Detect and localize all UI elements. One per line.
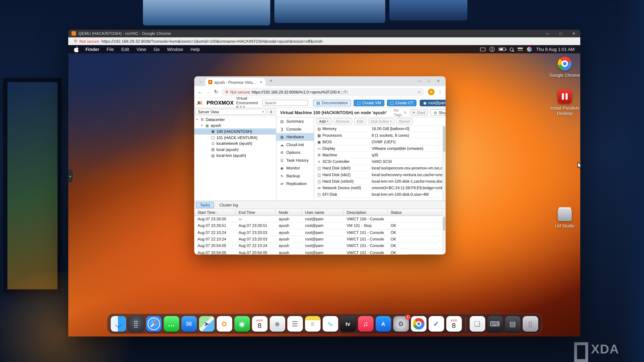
tab-task-history[interactable]: ☰ Task History (276, 156, 314, 164)
row-machine[interactable]: ⚙ Machine q35 (314, 152, 446, 158)
minimize-button[interactable]: — (418, 79, 422, 83)
col-description[interactable]: Description (343, 209, 387, 216)
not-secure-label[interactable]: Not secure (230, 90, 250, 94)
row-efi-disk[interactable]: ◰ EFI Disk local-lvm:vm-100-disk-0,size=… (314, 191, 446, 198)
mail-icon[interactable]: ✉ (181, 316, 197, 332)
outer-url-bar[interactable]: ⊘ Not secure https://192.168.29.32:8006/… (68, 37, 580, 45)
minimize-button[interactable]: — (541, 29, 554, 37)
menu-finder[interactable]: Finder (82, 47, 103, 52)
messages-icon[interactable]: … (164, 316, 179, 332)
tab-summary[interactable]: ▤ Summary (276, 117, 314, 125)
revert-button[interactable]: Revert (396, 118, 413, 124)
novnc-control-bar-handle[interactable]: ▸ (68, 169, 73, 183)
tab-close-icon[interactable]: ✕ (260, 80, 262, 84)
close-button[interactable]: ✕ (567, 29, 580, 37)
row-hard-disk-ide0[interactable]: ◫ Hard Disk (ide0) local:iso/opencore-os… (314, 165, 446, 171)
start-button[interactable]: ▶ Start (410, 109, 428, 116)
menu-edit[interactable]: Edit (118, 47, 133, 52)
row-network-device[interactable]: ⇄ Network Device (net0) vmxnet3=BC:24:11… (314, 185, 446, 191)
facetime-icon[interactable]: ◉ (234, 316, 250, 332)
reload-icon[interactable]: ↻ (214, 89, 218, 95)
edit-button[interactable]: Edit (354, 118, 366, 124)
launchpad-icon[interactable]: ⣿ (128, 316, 144, 332)
finder-icon[interactable]: ◡ (110, 316, 126, 332)
control-center-icon[interactable] (518, 47, 523, 51)
task-row[interactable]: Aug 07 23:26:55 ▭ ayush root@pam VM/CT 1… (194, 216, 446, 223)
screen-mirroring-icon[interactable] (480, 47, 486, 51)
safari-icon[interactable] (146, 316, 161, 332)
menu-window[interactable]: Window (163, 47, 187, 52)
system-settings-icon[interactable]: ⚙ 1 (393, 316, 409, 332)
col-user-name[interactable]: User name (302, 209, 343, 216)
tab-tasks[interactable]: Tasks (196, 202, 214, 208)
row-hard-disk-ide2[interactable]: ◫ Hard Disk (ide2) local:iso/recovery-ve… (314, 172, 446, 178)
maps-icon[interactable]: ➤ (199, 316, 214, 332)
outer-url-text[interactable]: https://192.168.29.32:8006/?console=kvm&… (101, 39, 323, 43)
tree-settings-button[interactable]: ⚙ (267, 109, 275, 115)
browser-menu-icon[interactable]: ⋮ (438, 89, 442, 95)
calendar-2-icon[interactable]: AUG 8 (446, 316, 462, 332)
menu-help[interactable]: Help (187, 47, 204, 52)
tree-item-datacenter[interactable]: ▾ ≣ Datacenter (194, 117, 276, 123)
mirroring-count-badge[interactable]: 2 (490, 47, 494, 52)
tree-item-vm-101[interactable]: ▢ 101 (HACK-VENTURA) (194, 135, 276, 141)
tab-hardware[interactable]: ▦ Hardware (276, 133, 314, 141)
profile-avatar[interactable]: A (428, 89, 434, 95)
maximize-button[interactable]: □ (554, 29, 567, 37)
user-menu-button[interactable]: ◉ root@pam ▾ (420, 99, 446, 106)
tree-item-localnetwork[interactable]: ☷ localnetwork (ayush) (194, 140, 276, 146)
tasks-scrollbar[interactable] (442, 209, 446, 255)
col-start-time[interactable]: Start Time ↓ (194, 209, 235, 216)
apple-tv-icon[interactable]: tv (340, 316, 356, 332)
contacts-icon[interactable]: ☻ (270, 316, 285, 332)
expander-icon[interactable]: ▾ (200, 124, 204, 127)
scrollbar-thumb[interactable] (443, 217, 445, 231)
tree-item-vm-100[interactable]: ▣ 100 (HACKINTOSH) (194, 129, 276, 135)
tab-monitor[interactable]: ◉ Monitor (276, 164, 314, 172)
row-bios[interactable]: ▣ BIOS OVMF (UEFI) (314, 139, 446, 145)
expander-icon[interactable]: ▾ (195, 118, 199, 121)
create-ct-button[interactable]: ▢ Create CT (387, 99, 416, 106)
app-store-icon[interactable]: A (375, 316, 391, 332)
calendar-icon[interactable]: AUG 8 (252, 316, 267, 332)
disk-action-button[interactable]: Disk Action ▾ (368, 118, 394, 124)
tree-item-local[interactable]: ▤ local (ayush) (194, 146, 276, 152)
desktop-icon-install-parallels[interactable]: Install Parallels Desktop (546, 89, 580, 116)
maximize-button[interactable]: □ (428, 79, 430, 83)
documentation-button[interactable]: ▤ Documentation (313, 99, 351, 106)
tab-cluster-log[interactable]: Cluster log (216, 202, 242, 208)
add-button[interactable]: Add ▾ (316, 118, 331, 124)
freeform-icon[interactable]: ∿ (322, 316, 338, 332)
notes-icon[interactable]: ≡ (305, 316, 320, 332)
new-tab-button[interactable]: ＋ (269, 77, 274, 84)
view-selector[interactable]: Server View ▾ (196, 109, 266, 115)
col-end-time[interactable]: End Time (235, 209, 276, 216)
col-status[interactable]: Status (387, 209, 446, 216)
trash-icon[interactable]: ▯ (522, 316, 538, 332)
task-row[interactable]: Aug 07 22:10:24 Aug 07 23:20:03 ayush ro… (194, 236, 446, 243)
task-row[interactable]: Aug 07 23:26:51 Aug 07 23:26:51 ayush ro… (194, 223, 446, 229)
reminders-icon[interactable]: ☰ (287, 316, 303, 332)
battery-icon[interactable] (499, 48, 506, 51)
tab-console[interactable]: ❯ Console (276, 125, 314, 133)
forward-icon[interactable]: → (206, 89, 211, 95)
row-hard-disk-virtio0[interactable]: ◫ Hard Disk (virtio0) local-lvm:vm-100-d… (314, 178, 446, 185)
todo-check-icon[interactable]: ✓ (428, 316, 444, 332)
outer-window-titlebar[interactable]: QEMU (HACKINTOSH) - noVNC - Google Chrom… (68, 29, 580, 37)
desktop-icon-google-chrome[interactable]: Google Chrome (546, 57, 580, 78)
chrome-icon[interactable] (411, 316, 426, 332)
tags-control[interactable]: No Tags ✎ (394, 108, 407, 117)
minimized-window-icon[interactable]: ▤ (505, 316, 520, 332)
remove-button[interactable]: Remove (333, 118, 352, 124)
shutdown-button[interactable]: ⊙ Shutdown ▾ (430, 109, 446, 116)
tree-item-local-lvm[interactable]: ▤ local-lvm (ayush) (194, 152, 276, 159)
bookmark-star-icon[interactable]: ☆ (417, 90, 421, 94)
address-bar[interactable]: ⊘ Not secure https://192.168.29.32:8006/… (221, 88, 425, 96)
tab-options[interactable]: ⚙ Options (276, 149, 314, 157)
row-processors[interactable]: ▦ Processors 8 (1 sockets, 8 cores) (314, 132, 446, 139)
row-memory[interactable]: ▤ Memory 16.00 GiB [balloon=0] (314, 125, 446, 132)
keyboard-icon[interactable]: ⌨ (487, 316, 502, 332)
url-text[interactable]: https://192.168.29.32:8006/#v1:0:=qemu%2… (252, 90, 416, 94)
close-button[interactable]: ✕ (437, 79, 440, 83)
hardware-scrollbar[interactable] (442, 125, 446, 201)
